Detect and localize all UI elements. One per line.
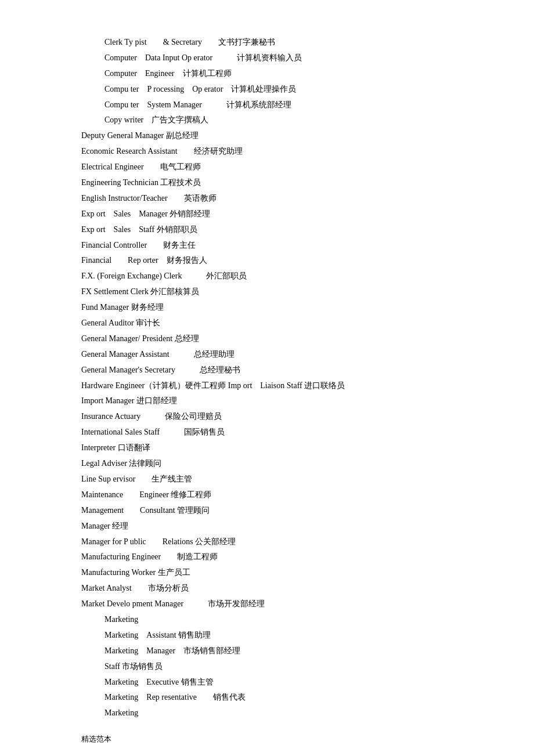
main-content: Clerk Ty pist & Secretary 文书打字兼秘书Compute… [81,35,453,746]
list-item: Fund Manager 财务经理 [81,300,453,315]
list-item: F.X. (Foreign Exchange) Clerk 外汇部职员 [81,269,453,284]
list-item: Marketing [81,612,453,627]
list-item: Import Manager 进口部经理 [81,393,453,408]
list-item: Manufacturing Worker 生产员工 [81,565,453,580]
list-item: Marketing Manager 市场销售部经理 [81,643,453,659]
list-item: Legal Adviser 法律顾问 [81,456,453,471]
list-item: Market Analyst 市场分析员 [81,581,453,596]
list-item: Maintenance Engineer 维修工程师 [81,487,453,502]
list-item: General Manager's Secretary 总经理秘书 [81,363,453,378]
footer-text: 精选范本 [81,732,453,746]
list-item: Deputy General Manager 副总经理 [81,128,453,143]
list-item: Engineering Technician 工程技术员 [81,175,453,190]
list-item: General Auditor 审计长 [81,316,453,331]
list-item: Manager 经理 [81,519,453,534]
list-item: Insurance Actuary 保险公司理赔员 [81,409,453,424]
list-item: Economic Research Assistant 经济研究助理 [81,144,453,159]
list-item: General Manager Assistant 总经理助理 [81,347,453,362]
list-item: Management Consultant 管理顾问 [81,503,453,518]
list-item: Computer Data Input Op erator 计算机资料输入员 [81,50,453,66]
list-item: Financial Rep orter 财务报告人 [81,253,453,268]
list-item: International Sales Staff 国际销售员 [81,425,453,440]
list-item: Marketing Executive 销售主管 [81,675,453,690]
list-item: Exp ort Sales Staff 外销部职员 [81,222,453,237]
list-item: Copy writer 广告文字撰稿人 [81,113,453,128]
list-item: Electrical Engineer 电气工程师 [81,160,453,175]
list-item: Marketing Assistant 销售助理 [81,628,453,643]
list-item: Market Develo pment Manager 市场开发部经理 [81,596,453,612]
list-item: Marketing [81,706,453,721]
list-item: FX Settlement Clerk 外汇部核算员 [81,284,453,299]
list-item: Marketing Rep resentative 销售代表 [81,690,453,705]
list-item: Manufacturing Engineer 制造工程师 [81,549,453,565]
list-item: English Instructor/Teacher 英语教师 [81,191,453,206]
list-item: Clerk Ty pist & Secretary 文书打字兼秘书 [81,35,453,50]
list-item: Line Sup ervisor 生产线主管 [81,472,453,487]
list-item: Hardware Engineer（计算机）硬件工程师 Imp ort Liai… [81,378,453,393]
list-item: Interpreter 口语翻译 [81,440,453,455]
list-item: Exp ort Sales Manager 外销部经理 [81,207,453,222]
list-item: Staff 市场销售员 [81,659,453,674]
list-item: Manager for P ublic Relations 公关部经理 [81,534,453,549]
list-item: Computer Engineer 计算机工程师 [81,66,453,81]
list-item: Compu ter P rocessing Op erator 计算机处理操作员 [81,82,453,97]
list-item: General Manager/ President 总经理 [81,331,453,346]
list-item: Compu ter System Manager 计算机系统部经理 [81,97,453,113]
list-item: Financial Controller 财务主任 [81,238,453,253]
